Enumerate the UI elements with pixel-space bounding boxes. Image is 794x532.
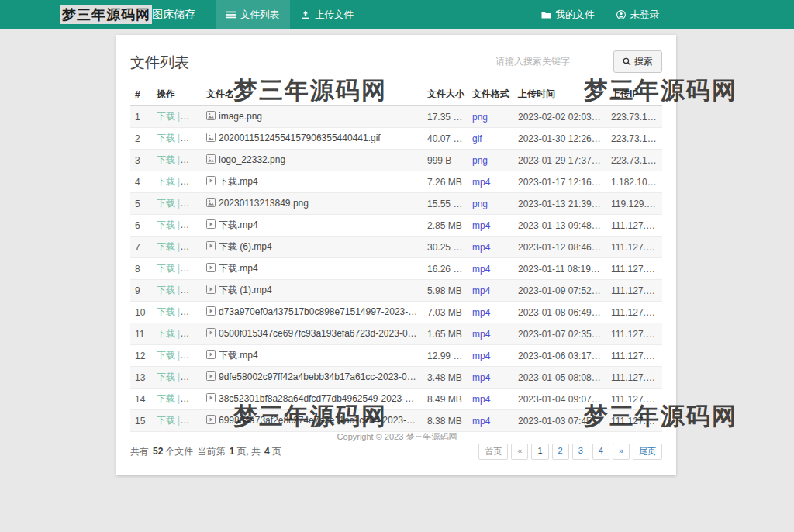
file-name: image.png [219, 111, 262, 122]
upload-time: 2023-01-05 08:08:08 [513, 367, 606, 389]
row-actions: 下载|查看 [152, 389, 202, 410]
format-link[interactable]: png [472, 155, 488, 166]
row-number: 12 [130, 345, 152, 367]
download-link[interactable]: 下载 [157, 154, 175, 165]
file-size: 5.98 MB [423, 280, 468, 302]
action-separator: | [178, 415, 180, 426]
format-link[interactable]: mp4 [472, 416, 490, 427]
table-row: 12 下载|查看 下载.mp4 12.99 MB mp4 2023-01-06 … [130, 345, 662, 367]
pagination-page-3[interactable]: 3 [572, 444, 589, 460]
table-header-row: # 操作 文件名 文件大小 文件格式 上传时间 上传IP [130, 83, 662, 106]
pagination-page-4[interactable]: 4 [592, 444, 609, 460]
file-name: d73a970ef0a437517b0c898e71514997-2023-01… [219, 306, 423, 317]
format-link[interactable]: mp4 [472, 351, 490, 361]
col-header-format: 文件格式 [468, 83, 513, 106]
download-link[interactable]: 下载 [157, 176, 175, 187]
action-separator: | [178, 263, 180, 274]
row-number: 9 [130, 280, 152, 302]
download-link[interactable]: 下载 [157, 263, 175, 274]
row-actions: 下载|查看 [152, 106, 202, 128]
upload-ip: 111.127.16.* [606, 323, 662, 345]
row-actions: 下载|查看 [152, 237, 202, 258]
action-separator: | [178, 111, 180, 122]
file-name: 20230113213849.png [219, 198, 309, 209]
file-video-icon [206, 393, 216, 405]
file-name-cell: 20200115124554157906355440441.gif [202, 128, 423, 150]
file-format-cell: mp4 [468, 323, 513, 345]
row-actions: 下载|查看 [152, 150, 202, 171]
download-link[interactable]: 下载 [157, 219, 175, 230]
pagination-page-1[interactable]: 1 [531, 444, 548, 460]
file-name: 下载 (1).mp4 [219, 285, 272, 295]
table-row: 10 下载|查看 d73a970ef0a437517b0c898e7151499… [130, 302, 662, 323]
row-number: 10 [130, 302, 152, 323]
nav-item-login-status[interactable]: 未登录 [606, 0, 671, 29]
action-separator: | [178, 393, 180, 404]
upload-ip: 111.127.16.* [606, 345, 662, 367]
row-number: 5 [130, 193, 152, 215]
file-format-cell: mp4 [468, 389, 513, 410]
format-link[interactable]: png [472, 112, 488, 123]
file-video-icon [206, 306, 216, 318]
download-link[interactable]: 下载 [157, 198, 175, 209]
download-link[interactable]: 下载 [157, 285, 175, 295]
table-row: 15 下载|查看 699834a73af2e8c274e7a3e11ac1c78… [130, 410, 662, 432]
format-link[interactable]: mp4 [472, 329, 490, 340]
upload-time: 2023-01-03 07:45:41 [513, 410, 606, 432]
format-link[interactable]: mp4 [472, 307, 490, 318]
upload-ip: 111.127.16.* [606, 389, 662, 410]
format-link[interactable]: mp4 [472, 394, 490, 405]
download-link[interactable]: 下载 [157, 393, 175, 404]
upload-time: 2023-01-07 02:35:23 [513, 323, 606, 345]
pagination-page-2[interactable]: 2 [552, 444, 569, 460]
action-separator: | [178, 198, 180, 209]
download-link[interactable]: 下载 [157, 350, 175, 361]
table-row: 2 下载|查看 20200115124554157906355440441.gi… [130, 128, 662, 150]
file-size: 999 B [423, 150, 468, 171]
search-button[interactable]: 搜索 [613, 50, 662, 73]
action-separator: | [178, 176, 180, 187]
format-link[interactable]: mp4 [472, 242, 490, 253]
search-input[interactable] [494, 52, 602, 71]
file-video-icon [206, 263, 216, 275]
download-link[interactable]: 下载 [157, 133, 175, 143]
format-link[interactable]: mp4 [472, 285, 490, 296]
format-link[interactable]: mp4 [472, 177, 490, 188]
download-link[interactable]: 下载 [157, 306, 175, 317]
pagination-prev[interactable]: « [511, 444, 528, 460]
format-link[interactable]: gif [472, 133, 482, 144]
file-image-icon [206, 111, 216, 123]
upload-ip: 111.127.16.* [606, 410, 662, 432]
format-link[interactable]: mp4 [472, 264, 490, 275]
card-footer: 共有52个文件 当前第1页, 共4页 首页 « 1 2 3 4 » 尾页 [130, 444, 662, 460]
file-video-icon [206, 350, 216, 361]
download-link[interactable]: 下载 [157, 241, 175, 252]
pagination-last[interactable]: 尾页 [633, 444, 662, 460]
file-video-icon [206, 415, 216, 427]
download-link[interactable]: 下载 [157, 415, 175, 426]
nav-item-my-files[interactable]: 我的文件 [530, 0, 606, 29]
row-actions: 下载|查看 [152, 215, 202, 237]
file-name-cell: 下载.mp4 [202, 215, 423, 237]
file-name: 下载 (6).mp4 [219, 241, 272, 252]
download-link[interactable]: 下载 [157, 111, 175, 122]
copyright-text: Copyright © 2023 梦三年源码网 [0, 431, 794, 443]
format-link[interactable]: png [472, 199, 488, 209]
file-format-cell: mp4 [468, 367, 513, 389]
action-separator: | [178, 133, 180, 143]
download-link[interactable]: 下载 [157, 371, 175, 382]
file-format-cell: mp4 [468, 215, 513, 237]
upload-ip: 223.73.177.* [606, 106, 662, 128]
file-size: 17.35 KB [423, 106, 468, 128]
row-actions: 下载|查看 [152, 345, 202, 367]
table-row: 13 下载|查看 9dfe58002c97ff42a4bebb34b17a61c… [130, 367, 662, 389]
format-link[interactable]: mp4 [472, 220, 490, 231]
pagination-next[interactable]: » [613, 444, 630, 460]
pagination-first[interactable]: 首页 [478, 444, 508, 460]
download-link[interactable]: 下载 [157, 328, 175, 339]
file-size: 30.25 MB [423, 237, 468, 258]
nav-item-file-list[interactable]: 文件列表 [216, 0, 290, 29]
nav-item-upload[interactable]: 上传文件 [290, 0, 364, 29]
format-link[interactable]: mp4 [472, 372, 490, 383]
file-size: 12.99 MB [423, 345, 468, 367]
